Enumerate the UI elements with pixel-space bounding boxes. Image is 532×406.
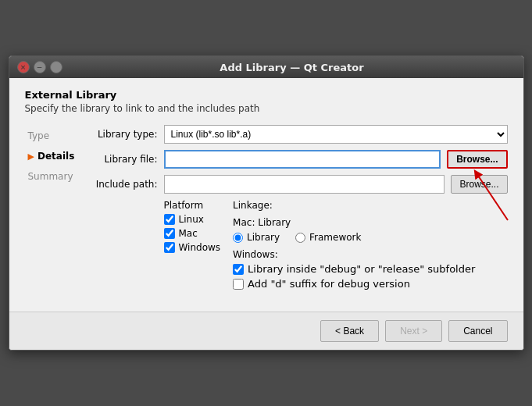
minimize-icon: − bbox=[37, 63, 43, 71]
mac-checkbox-row: Mac bbox=[164, 228, 221, 239]
windows-opt2-row: Add "d" suffix for debug version bbox=[233, 278, 507, 290]
cancel-button[interactable]: Cancel bbox=[448, 320, 507, 342]
framework-radio[interactable] bbox=[295, 233, 305, 243]
form-area: Library type: Linux (lib*.so lib*.a) Lib… bbox=[87, 125, 508, 290]
linux-label: Linux bbox=[179, 214, 204, 225]
platform-linkage-area: Platform Linux Mac Windows bbox=[164, 200, 508, 290]
library-radio-label: Library bbox=[247, 232, 280, 243]
sidebar: Type Details Summary bbox=[25, 125, 80, 290]
library-type-select[interactable]: Linux (lib*.so lib*.a) bbox=[164, 125, 508, 144]
include-path-row: Include path: Browse... bbox=[87, 175, 508, 194]
linux-checkbox[interactable] bbox=[164, 214, 175, 225]
include-path-input[interactable] bbox=[164, 175, 445, 194]
framework-radio-label: Framework bbox=[309, 232, 361, 243]
close-button[interactable]: × bbox=[17, 61, 30, 73]
windows-opt1-label: Library inside "debug" or "release" subf… bbox=[248, 263, 475, 275]
platform-label: Platform bbox=[164, 200, 221, 211]
back-button[interactable]: < Back bbox=[320, 320, 379, 342]
mac-section: Mac: Library Library Framework bbox=[233, 217, 507, 243]
include-path-label: Include path: bbox=[87, 179, 158, 190]
linkage-area: Linkage: Mac: Library Library bbox=[233, 200, 507, 290]
section-title: External Library bbox=[25, 89, 508, 101]
main-window: × − Add Library — Qt Creator External Li… bbox=[9, 55, 524, 351]
titlebar-buttons: × − bbox=[17, 61, 62, 73]
next-button[interactable]: Next > bbox=[385, 320, 442, 342]
windows-title: Windows: bbox=[233, 249, 507, 260]
footer: < Back Next > Cancel bbox=[9, 312, 523, 350]
mac-label: Mac bbox=[179, 228, 198, 239]
framework-radio-option: Framework bbox=[295, 232, 361, 243]
mac-checkbox[interactable] bbox=[164, 228, 175, 239]
mac-radio-row: Library Framework bbox=[233, 232, 507, 243]
library-type-label: Library type: bbox=[87, 129, 158, 140]
windows-section: Windows: Library inside "debug" or "rele… bbox=[233, 249, 507, 290]
linux-checkbox-row: Linux bbox=[164, 214, 221, 225]
sidebar-item-type[interactable]: Type bbox=[25, 128, 80, 144]
library-file-row: Library file: Browse... 选择lib库文件 bbox=[87, 150, 508, 169]
windows-checkbox-row: Windows bbox=[164, 242, 221, 253]
library-radio-option: Library bbox=[233, 232, 280, 243]
window-title: Add Library — Qt Creator bbox=[69, 62, 516, 73]
windows-debug-checkbox[interactable] bbox=[233, 264, 244, 275]
library-radio[interactable] bbox=[233, 233, 243, 243]
dialog-content: External Library Specify the library to … bbox=[9, 78, 523, 312]
library-file-browse-button[interactable]: Browse... bbox=[447, 150, 507, 169]
library-file-label: Library file: bbox=[87, 154, 158, 165]
main-body: Type Details Summary Library type: Linux… bbox=[25, 125, 508, 290]
windows-opt1-row: Library inside "debug" or "release" subf… bbox=[233, 263, 507, 275]
mac-library-title: Mac: Library bbox=[233, 217, 507, 228]
sidebar-item-details[interactable]: Details bbox=[25, 148, 80, 164]
close-icon: × bbox=[20, 63, 27, 71]
platform-box: Platform Linux Mac Windows bbox=[164, 200, 221, 290]
windows-suffix-checkbox[interactable] bbox=[233, 279, 244, 290]
minimize-button[interactable]: − bbox=[34, 61, 46, 73]
section-subtitle: Specify the library to link to and the i… bbox=[25, 103, 508, 114]
titlebar: × − Add Library — Qt Creator bbox=[9, 56, 523, 78]
include-path-browse-button[interactable]: Browse... bbox=[451, 175, 507, 194]
windows-opt2-label: Add "d" suffix for debug version bbox=[248, 278, 410, 290]
windows-label: Windows bbox=[179, 242, 221, 253]
library-type-row: Library type: Linux (lib*.so lib*.a) bbox=[87, 125, 508, 144]
library-file-input[interactable] bbox=[164, 150, 441, 169]
windows-checkbox[interactable] bbox=[164, 242, 175, 253]
maximize-button[interactable] bbox=[50, 61, 62, 73]
sidebar-item-summary[interactable]: Summary bbox=[25, 169, 80, 184]
linkage-label: Linkage: bbox=[233, 200, 507, 211]
